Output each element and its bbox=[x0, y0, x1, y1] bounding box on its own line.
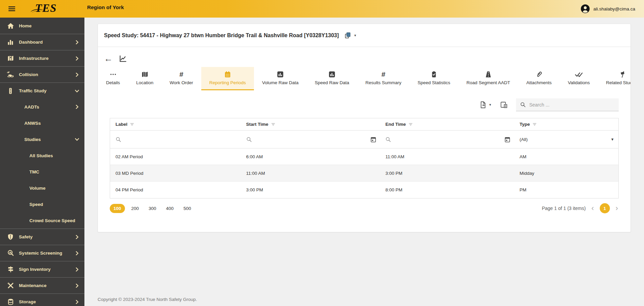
reporting-periods-grid: Label Start Time End Time Type bbox=[110, 118, 619, 198]
tab-location[interactable]: Location bbox=[128, 67, 161, 90]
sidebar-item-maintenance[interactable]: Maintenance bbox=[0, 277, 84, 293]
chevron-right-icon bbox=[74, 283, 80, 289]
column-header-end-time[interactable]: End Time bbox=[380, 118, 514, 130]
tab-label: Attachments bbox=[526, 80, 551, 85]
clipboard-check-icon bbox=[430, 71, 438, 78]
table-row[interactable]: 03 MD Period 11:00 AM 3:00 PM Midday bbox=[110, 165, 618, 182]
page-size-400[interactable]: 400 bbox=[163, 204, 177, 213]
sidebar-item-storage[interactable]: Storage bbox=[0, 293, 84, 306]
cell-type: AM bbox=[514, 148, 618, 165]
caret-down-icon: ▼ bbox=[611, 137, 614, 141]
column-header-label[interactable]: Label bbox=[110, 118, 241, 130]
hamburger-menu-icon[interactable] bbox=[7, 4, 16, 13]
caret-down-icon: ▼ bbox=[489, 103, 492, 107]
tab-volume-raw-data[interactable]: Volume Raw Data bbox=[254, 67, 307, 90]
label-filter-input[interactable] bbox=[125, 137, 241, 142]
prev-page-button[interactable]: ‹ bbox=[591, 205, 594, 212]
tab-validations[interactable]: Validations bbox=[560, 67, 598, 90]
column-header-type[interactable]: Type bbox=[514, 118, 618, 130]
column-header-start-time[interactable]: Start Time bbox=[241, 118, 380, 130]
table-row[interactable]: 02 AM Period 6:00 AM 11:00 AM AM bbox=[110, 148, 618, 165]
end-time-calendar-button[interactable] bbox=[504, 136, 511, 143]
copy-icon bbox=[344, 32, 352, 39]
tab-label: Validations bbox=[568, 80, 590, 85]
chevron-right-icon bbox=[74, 299, 80, 305]
sidebar-item-volume[interactable]: Volume bbox=[0, 180, 84, 196]
column-chooser-button[interactable] bbox=[500, 101, 508, 109]
table-row[interactable]: 04 PM Period 3:00 PM 8:00 PM PM bbox=[110, 182, 618, 198]
traffic-light-icon bbox=[6, 87, 15, 95]
tab-reporting-periods[interactable]: Reporting Periods bbox=[201, 67, 254, 90]
sidebar-item-label: Home bbox=[19, 23, 32, 28]
sidebar-item-traffic-study[interactable]: Traffic Study bbox=[0, 83, 84, 99]
search-icon bbox=[520, 101, 526, 108]
type-filter-value: (All) bbox=[519, 137, 527, 142]
sidebar-item-anwss[interactable]: ANWSs bbox=[0, 115, 84, 131]
tab-attachments[interactable]: Attachments bbox=[518, 67, 560, 90]
tab-label: Work Order bbox=[170, 80, 193, 85]
back-button[interactable]: ← bbox=[104, 55, 113, 62]
page-size-100[interactable]: 100 bbox=[110, 204, 125, 213]
signpost-icon bbox=[6, 265, 15, 274]
chevron-right-icon bbox=[74, 55, 80, 62]
chevron-right-icon bbox=[74, 266, 80, 273]
sidebar-item-systemic-screening[interactable]: Systemic Screening bbox=[0, 245, 84, 261]
logo-swoosh-icon bbox=[30, 7, 45, 16]
type-filter-select[interactable]: (All) ▼ bbox=[514, 131, 618, 148]
header-filter-icon[interactable] bbox=[271, 122, 276, 127]
line-chart-button[interactable] bbox=[119, 54, 127, 63]
sidebar-item-home[interactable]: Home bbox=[0, 18, 84, 34]
copy-title-button[interactable]: ▼ bbox=[344, 32, 357, 39]
start-time-calendar-button[interactable] bbox=[370, 136, 377, 143]
screening-magnifier-icon bbox=[6, 249, 15, 257]
sidebar-item-infrastructure[interactable]: Infrastructure bbox=[0, 50, 84, 66]
tab-speed-statistics[interactable]: Speed Statistics bbox=[410, 67, 459, 90]
tab-work-order[interactable]: # Work Order bbox=[161, 67, 201, 90]
page-1-button[interactable]: 1 bbox=[600, 203, 610, 213]
user-menu[interactable]: ali.shalaby@cima.ca bbox=[581, 0, 635, 18]
bar-chart-icon bbox=[328, 71, 336, 78]
chevron-right-icon bbox=[74, 39, 80, 45]
sidebar-item-label: Speed bbox=[29, 202, 43, 207]
bar-chart-icon bbox=[277, 71, 284, 78]
page-size-500[interactable]: 500 bbox=[180, 204, 195, 213]
sidebar-item-dashboard[interactable]: Dashboard bbox=[0, 34, 84, 50]
car-crash-icon bbox=[6, 71, 15, 79]
tab-label: Road Segment AADT bbox=[466, 80, 510, 85]
header-filter-icon[interactable] bbox=[532, 122, 537, 127]
tab-label: Location bbox=[136, 80, 153, 85]
start-time-filter-input[interactable] bbox=[255, 137, 367, 142]
grid-toolbar: ▼ bbox=[110, 98, 619, 111]
export-button[interactable]: ▼ bbox=[479, 101, 492, 109]
sidebar-item-collision[interactable]: Collision bbox=[0, 66, 84, 83]
sidebar-item-sign-inventory[interactable]: Sign Inventory bbox=[0, 261, 84, 277]
sidebar-item-tmc[interactable]: TMC bbox=[0, 164, 84, 180]
calendar-icon bbox=[370, 136, 377, 143]
sidebar-item-safety[interactable]: Safety bbox=[0, 229, 84, 245]
end-time-filter-input[interactable] bbox=[394, 137, 501, 142]
page-size-300[interactable]: 300 bbox=[145, 204, 160, 213]
tab-speed-raw-data[interactable]: Speed Raw Data bbox=[307, 67, 357, 90]
tab-details[interactable]: Details bbox=[98, 67, 128, 90]
tab-road-segment-aadt[interactable]: Road Segment AADT bbox=[458, 67, 518, 90]
header-filter-icon[interactable] bbox=[408, 122, 413, 127]
cell-label: 04 PM Period bbox=[110, 182, 241, 198]
tab-results-summary[interactable]: # Results Summary bbox=[357, 67, 410, 90]
next-page-button[interactable]: › bbox=[615, 205, 619, 212]
tools-icon bbox=[6, 282, 15, 290]
header-filter-icon[interactable] bbox=[130, 122, 134, 127]
page-title: Region of York bbox=[87, 4, 124, 10]
sidebar-item-all-studies[interactable]: All Studies bbox=[0, 147, 84, 164]
page-size-200[interactable]: 200 bbox=[128, 204, 143, 213]
pager-info: Page 1 of 1 (3 items) bbox=[542, 206, 586, 211]
sidebar-item-crowd-source-speed[interactable]: Crowd Source Speed bbox=[0, 212, 84, 229]
sidebar-item-studies[interactable]: Studies bbox=[0, 131, 84, 147]
search-input[interactable] bbox=[529, 102, 615, 108]
calendar-icon bbox=[504, 136, 511, 143]
sidebar-item-aadts[interactable]: AADTs bbox=[0, 99, 84, 115]
tab-related-studies[interactable]: Related Studies bbox=[598, 67, 631, 90]
sidebar-item-speed[interactable]: Speed bbox=[0, 196, 84, 212]
column-chooser-icon bbox=[500, 101, 508, 109]
hash-icon: # bbox=[179, 71, 183, 78]
cell-label: 02 AM Period bbox=[110, 148, 241, 165]
